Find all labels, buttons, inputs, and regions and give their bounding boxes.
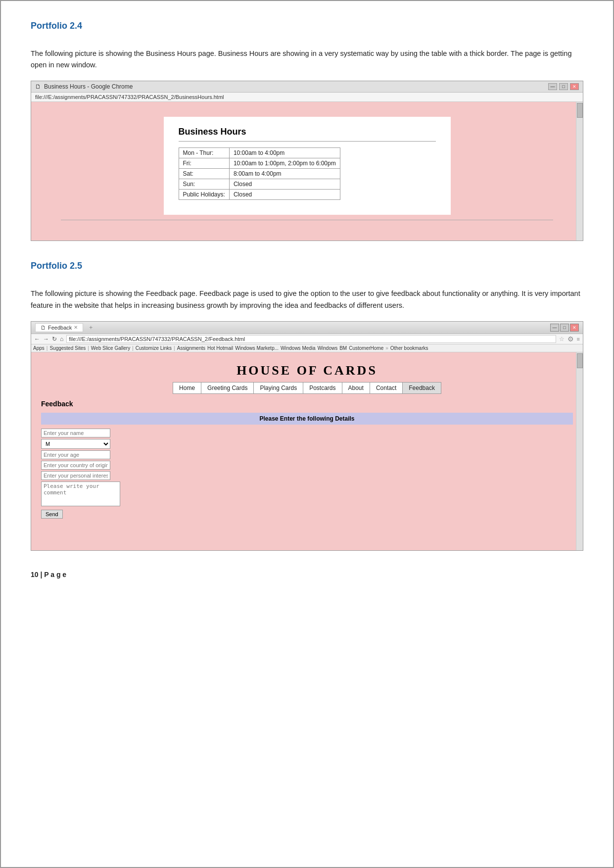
nav-about[interactable]: About — [342, 382, 370, 394]
portfolio25-heading: Portfolio 2.5 — [31, 261, 583, 271]
page-number: 10 | P a g e — [31, 571, 583, 579]
biz-hours-row: Public Holidays:Closed — [179, 190, 340, 200]
fb-close-btn[interactable]: ✕ — [570, 324, 579, 332]
toolbar-windows[interactable]: Windows — [318, 345, 338, 351]
feedback-browser-content: HOUSE OF CARDS Home Greeting Cards Playi… — [31, 352, 583, 550]
name-input[interactable] — [41, 429, 110, 437]
feedback-address-text: file:///E:/assignments/PRACASSN/747332/P… — [69, 336, 245, 342]
biz-hours-time: 10:00am to 1:00pm, 2:00pm to 6:00pm — [229, 158, 340, 169]
feedback-scrollbar[interactable] — [576, 352, 583, 550]
biz-hours-day: Sat: — [179, 169, 229, 179]
toolbar-webslice[interactable]: Web Slice Gallery — [91, 345, 130, 351]
forward-btn[interactable]: → — [43, 336, 49, 342]
biz-hours-row: Sun:Closed — [179, 179, 340, 190]
age-input[interactable] — [41, 450, 110, 459]
biz-hours-row: Mon - Thur:10:00am to 4:00pm — [179, 148, 340, 158]
send-button[interactable]: Send — [41, 510, 63, 519]
close-button[interactable]: ✕ — [570, 83, 579, 90]
feedback-section: Feedback Please Enter the following Deta… — [41, 400, 573, 519]
nav-postcards[interactable]: Postcards — [303, 382, 342, 394]
portfolio24-description: The following picture is showing the Bus… — [31, 48, 583, 71]
biz-browser-content: Business Hours Mon - Thur:10:00am to 4:0… — [31, 102, 583, 241]
home-btn[interactable]: ⌂ — [60, 336, 63, 342]
biz-address-text: file:///E:/assignments/PRACASSN/747332/P… — [35, 94, 224, 100]
page-wrapper: Portfolio 2.4 The following picture is s… — [0, 0, 614, 868]
feedback-inner-page: HOUSE OF CARDS Home Greeting Cards Playi… — [31, 352, 583, 529]
salutation-select[interactable]: M F — [41, 439, 110, 449]
biz-hours-row: Sat:8:00am to 4:00pm — [179, 169, 340, 179]
biz-hours-time: 8:00am to 4:00pm — [229, 169, 340, 179]
feedback-section-title: Feedback — [41, 400, 573, 408]
biz-hours-day: Fri: — [179, 158, 229, 169]
biz-hours-content: Business Hours Mon - Thur:10:00am to 4:0… — [31, 102, 583, 241]
feedback-browser: 🗋 Feedback ✕ + — □ ✕ ← → ↻ ⌂ — [31, 321, 583, 551]
feedback-window-controls: — □ ✕ — [550, 324, 579, 332]
toolbar-hotmail[interactable]: Hot Hotmail — [207, 345, 233, 351]
biz-hours-table: Mon - Thur:10:00am to 4:00pmFri:10:00am … — [179, 147, 340, 200]
hoc-nav: Home Greeting Cards Playing Cards Postca… — [41, 382, 573, 394]
feedback-tab-icon: 🗋 — [41, 325, 46, 331]
portfolio25-description: The following picture is showing the Fee… — [31, 288, 583, 311]
feedback-tab-label: Feedback — [48, 325, 72, 331]
browser-controls: — □ ✕ — [548, 83, 579, 90]
biz-hours-row: Fri:10:00am to 1:00pm, 2:00pm to 6:00pm — [179, 158, 340, 169]
feedback-bookmarks-bar: Apps | Suggested Sites | Web Slice Galle… — [31, 344, 583, 352]
menu-icon[interactable]: ≡ — [577, 336, 580, 342]
nav-home[interactable]: Home — [173, 382, 201, 394]
scrollbar-thumb[interactable] — [577, 103, 583, 118]
feedback-scrollbar-thumb[interactable] — [577, 353, 583, 368]
interest-input[interactable] — [41, 471, 110, 480]
nav-greeting-cards[interactable]: Greeting Cards — [201, 382, 254, 394]
nav-playing-cards[interactable]: Playing Cards — [254, 382, 303, 394]
biz-browser-title-left: 🗋 Business Hours - Google Chrome — [35, 83, 133, 90]
toolbar-assignments[interactable]: Assignments — [177, 345, 205, 351]
biz-hours-day: Public Holidays: — [179, 190, 229, 200]
toolbar-customerhome[interactable]: CustomerHome — [349, 345, 383, 351]
nav-contact[interactable]: Contact — [370, 382, 403, 394]
biz-browser-titlebar: 🗋 Business Hours - Google Chrome — □ ✕ — [31, 81, 583, 93]
biz-browser-addressbar: file:///E:/assignments/PRACASSN/747332/P… — [31, 93, 583, 102]
toolbar-other-bookmarks[interactable]: Other bookmarks — [390, 345, 428, 351]
feedback-title-left: 🗋 Feedback ✕ + — [35, 323, 93, 332]
country-input[interactable] — [41, 461, 110, 470]
feedback-address-bar[interactable]: file:///E:/assignments/PRACASSN/747332/P… — [66, 335, 556, 343]
portfolio25-section: Portfolio 2.5 The following picture is s… — [31, 261, 583, 550]
biz-hours-day: Mon - Thur: — [179, 148, 229, 158]
page-icon: 🗋 — [35, 83, 41, 90]
toolbar-bm[interactable]: BM — [339, 345, 347, 351]
settings-icon[interactable]: ⚙ — [567, 335, 574, 343]
feedback-form-header: Please Enter the following Details — [41, 413, 573, 425]
minimize-button[interactable]: — — [548, 83, 557, 90]
hoc-header: HOUSE OF CARDS — [41, 357, 573, 382]
biz-hours-inner: Business Hours Mon - Thur:10:00am to 4:0… — [164, 117, 451, 215]
toolbar-suggested[interactable]: Suggested Sites — [49, 345, 86, 351]
hoc-title: HOUSE OF CARDS — [236, 363, 378, 378]
bookmark-icon[interactable]: ☆ — [559, 336, 565, 342]
biz-hours-day: Sun: — [179, 179, 229, 190]
biz-hours-title: Business Hours — [179, 127, 436, 142]
new-tab-btn[interactable]: + — [89, 324, 93, 331]
refresh-btn[interactable]: ↻ — [52, 336, 57, 342]
fb-maximize-btn[interactable]: □ — [560, 324, 569, 332]
feedback-tab-close[interactable]: ✕ — [74, 325, 78, 330]
fb-minimize-btn[interactable]: — — [550, 324, 559, 332]
portfolio24-heading: Portfolio 2.4 — [31, 21, 583, 31]
portfolio24-section: Portfolio 2.4 The following picture is s… — [31, 21, 583, 241]
biz-hours-time: Closed — [229, 190, 340, 200]
back-btn[interactable]: ← — [34, 336, 40, 342]
toolbar-windows-marketp[interactable]: Windows Marketp... — [235, 345, 279, 351]
maximize-button[interactable]: □ — [559, 83, 568, 90]
feedback-browser-titlebar: 🗋 Feedback ✕ + — □ ✕ — [31, 322, 583, 334]
feedback-browser-nav: ← → ↻ ⌂ file:///E:/assignments/PRACASSN/… — [31, 334, 583, 344]
biz-hours-time: 10:00am to 4:00pm — [229, 148, 340, 158]
toolbar-apps[interactable]: Apps — [33, 345, 45, 351]
feedback-form: Please Enter the following Details M F S… — [41, 413, 573, 519]
toolbar-customize[interactable]: Customize Links — [136, 345, 172, 351]
comment-textarea[interactable] — [41, 482, 120, 506]
feedback-tab[interactable]: 🗋 Feedback ✕ — [35, 323, 83, 332]
biz-browser-title: Business Hours - Google Chrome — [44, 83, 133, 90]
nav-feedback[interactable]: Feedback — [403, 382, 441, 394]
browser-scrollbar[interactable] — [576, 102, 583, 241]
toolbar-windows-media[interactable]: Windows Media — [281, 345, 316, 351]
biz-hours-time: Closed — [229, 179, 340, 190]
